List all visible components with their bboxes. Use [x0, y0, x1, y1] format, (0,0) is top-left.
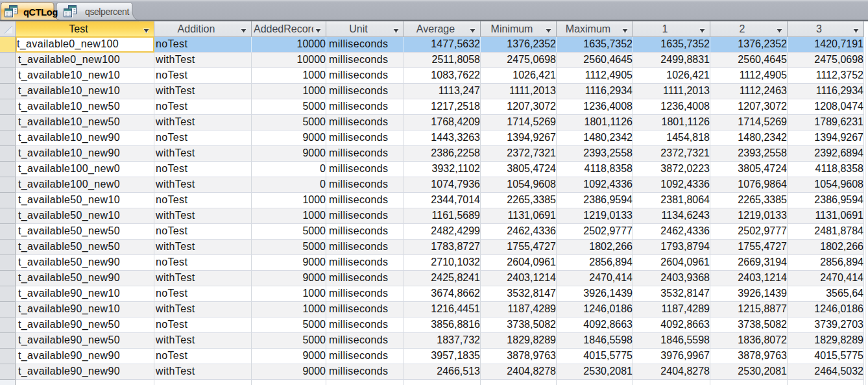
svg-text:qselpercent: qselpercent	[85, 6, 129, 17]
svg-text:qCTLog: qCTLog	[23, 7, 58, 18]
